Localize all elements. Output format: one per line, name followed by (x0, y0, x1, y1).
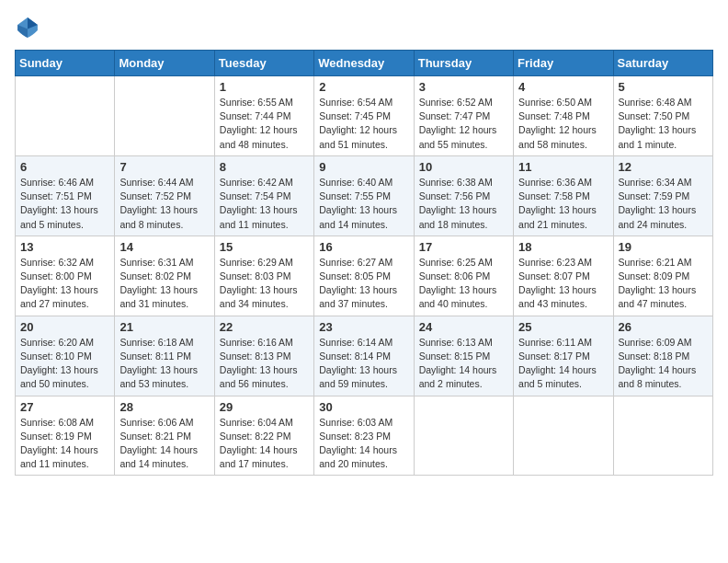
calendar-cell (414, 396, 513, 476)
day-info: Sunrise: 6:31 AMSunset: 8:02 PMDaylight:… (119, 256, 209, 312)
calendar-cell: 6Sunrise: 6:46 AMSunset: 7:51 PMDaylight… (16, 155, 115, 236)
weekday-header-monday: Monday (115, 51, 214, 76)
calendar-cell: 25Sunrise: 6:11 AMSunset: 8:17 PMDayligh… (514, 316, 613, 396)
day-number: 4 (518, 80, 608, 94)
weekday-header-thursday: Thursday (414, 51, 513, 76)
day-info: Sunrise: 6:44 AMSunset: 7:52 PMDaylight:… (119, 176, 209, 232)
day-info: Sunrise: 6:29 AMSunset: 8:03 PMDaylight:… (220, 256, 309, 312)
day-number: 11 (518, 160, 608, 174)
day-number: 16 (319, 240, 408, 254)
day-info: Sunrise: 6:08 AMSunset: 8:19 PMDaylight:… (20, 416, 109, 472)
logo-icon (15, 15, 40, 40)
calendar-cell: 24Sunrise: 6:13 AMSunset: 8:15 PMDayligh… (414, 316, 513, 396)
calendar-cell (613, 396, 712, 476)
weekday-header-friday: Friday (514, 51, 613, 76)
day-number: 25 (518, 320, 608, 334)
calendar-week-row: 6Sunrise: 6:46 AMSunset: 7:51 PMDaylight… (16, 155, 713, 236)
day-info: Sunrise: 6:36 AMSunset: 7:58 PMDaylight:… (518, 176, 608, 232)
weekday-header-saturday: Saturday (613, 51, 712, 76)
calendar-cell: 21Sunrise: 6:18 AMSunset: 8:11 PMDayligh… (115, 316, 214, 396)
calendar-cell: 12Sunrise: 6:34 AMSunset: 7:59 PMDayligh… (613, 155, 712, 236)
day-number: 26 (619, 320, 708, 334)
day-info: Sunrise: 6:38 AMSunset: 7:56 PMDaylight:… (419, 176, 508, 232)
day-number: 15 (220, 240, 309, 254)
day-number: 8 (220, 160, 309, 174)
calendar-cell: 29Sunrise: 6:04 AMSunset: 8:22 PMDayligh… (214, 396, 313, 476)
day-info: Sunrise: 6:42 AMSunset: 7:54 PMDaylight:… (220, 176, 309, 232)
day-info: Sunrise: 6:09 AMSunset: 8:18 PMDaylight:… (619, 336, 708, 392)
calendar-cell: 18Sunrise: 6:23 AMSunset: 8:07 PMDayligh… (514, 236, 613, 316)
day-number: 6 (20, 160, 109, 174)
day-info: Sunrise: 6:34 AMSunset: 7:59 PMDaylight:… (619, 176, 708, 232)
day-number: 12 (619, 160, 708, 174)
day-number: 21 (119, 320, 209, 334)
calendar-week-row: 1Sunrise: 6:55 AMSunset: 7:44 PMDaylight… (16, 76, 713, 156)
day-info: Sunrise: 6:04 AMSunset: 8:22 PMDaylight:… (220, 416, 309, 472)
weekday-header-tuesday: Tuesday (214, 51, 313, 76)
calendar-cell: 19Sunrise: 6:21 AMSunset: 8:09 PMDayligh… (613, 236, 712, 316)
calendar-cell: 2Sunrise: 6:54 AMSunset: 7:45 PMDaylight… (314, 76, 414, 156)
day-number: 27 (20, 400, 109, 414)
day-info: Sunrise: 6:52 AMSunset: 7:47 PMDaylight:… (419, 96, 508, 152)
calendar-cell: 20Sunrise: 6:20 AMSunset: 8:10 PMDayligh… (16, 316, 115, 396)
day-number: 13 (20, 240, 109, 254)
calendar-cell: 5Sunrise: 6:48 AMSunset: 7:50 PMDaylight… (613, 76, 712, 156)
calendar-cell: 14Sunrise: 6:31 AMSunset: 8:02 PMDayligh… (115, 236, 214, 316)
calendar-cell: 15Sunrise: 6:29 AMSunset: 8:03 PMDayligh… (214, 236, 313, 316)
day-info: Sunrise: 6:25 AMSunset: 8:06 PMDaylight:… (419, 256, 508, 312)
calendar-cell: 28Sunrise: 6:06 AMSunset: 8:21 PMDayligh… (115, 396, 214, 476)
calendar-cell: 13Sunrise: 6:32 AMSunset: 8:00 PMDayligh… (16, 236, 115, 316)
calendar-cell: 10Sunrise: 6:38 AMSunset: 7:56 PMDayligh… (414, 155, 513, 236)
day-number: 2 (319, 80, 408, 94)
day-number: 9 (319, 160, 408, 174)
day-number: 19 (619, 240, 708, 254)
day-number: 20 (20, 320, 109, 334)
day-info: Sunrise: 6:20 AMSunset: 8:10 PMDaylight:… (20, 336, 109, 392)
calendar-week-row: 20Sunrise: 6:20 AMSunset: 8:10 PMDayligh… (16, 316, 713, 396)
day-info: Sunrise: 6:21 AMSunset: 8:09 PMDaylight:… (619, 256, 708, 312)
day-number: 28 (119, 400, 209, 414)
calendar-cell: 22Sunrise: 6:16 AMSunset: 8:13 PMDayligh… (214, 316, 313, 396)
page-header (15, 15, 713, 40)
day-number: 24 (419, 320, 508, 334)
calendar-cell: 17Sunrise: 6:25 AMSunset: 8:06 PMDayligh… (414, 236, 513, 316)
day-number: 23 (319, 320, 408, 334)
day-info: Sunrise: 6:54 AMSunset: 7:45 PMDaylight:… (319, 96, 408, 152)
day-info: Sunrise: 6:14 AMSunset: 8:14 PMDaylight:… (319, 336, 408, 392)
calendar-cell: 27Sunrise: 6:08 AMSunset: 8:19 PMDayligh… (16, 396, 115, 476)
weekday-header-sunday: Sunday (16, 51, 115, 76)
day-number: 18 (518, 240, 608, 254)
day-info: Sunrise: 6:06 AMSunset: 8:21 PMDaylight:… (119, 416, 209, 472)
calendar-cell: 9Sunrise: 6:40 AMSunset: 7:55 PMDaylight… (314, 155, 414, 236)
calendar-week-row: 27Sunrise: 6:08 AMSunset: 8:19 PMDayligh… (16, 396, 713, 476)
day-info: Sunrise: 6:11 AMSunset: 8:17 PMDaylight:… (518, 336, 608, 392)
day-info: Sunrise: 6:40 AMSunset: 7:55 PMDaylight:… (319, 176, 408, 232)
calendar-cell (115, 76, 214, 156)
calendar-cell (16, 76, 115, 156)
day-number: 10 (419, 160, 508, 174)
calendar-cell: 23Sunrise: 6:14 AMSunset: 8:14 PMDayligh… (314, 316, 414, 396)
day-number: 7 (119, 160, 209, 174)
calendar-cell (514, 396, 613, 476)
day-info: Sunrise: 6:27 AMSunset: 8:05 PMDaylight:… (319, 256, 408, 312)
calendar-week-row: 13Sunrise: 6:32 AMSunset: 8:00 PMDayligh… (16, 236, 713, 316)
day-info: Sunrise: 6:13 AMSunset: 8:15 PMDaylight:… (419, 336, 508, 392)
logo (15, 15, 44, 40)
day-number: 1 (220, 80, 309, 94)
day-number: 17 (419, 240, 508, 254)
calendar-cell: 16Sunrise: 6:27 AMSunset: 8:05 PMDayligh… (314, 236, 414, 316)
day-info: Sunrise: 6:18 AMSunset: 8:11 PMDaylight:… (119, 336, 209, 392)
day-info: Sunrise: 6:46 AMSunset: 7:51 PMDaylight:… (20, 176, 109, 232)
day-number: 14 (119, 240, 209, 254)
day-info: Sunrise: 6:50 AMSunset: 7:48 PMDaylight:… (518, 96, 608, 152)
day-number: 5 (619, 80, 708, 94)
calendar-cell: 4Sunrise: 6:50 AMSunset: 7:48 PMDaylight… (514, 76, 613, 156)
day-info: Sunrise: 6:32 AMSunset: 8:00 PMDaylight:… (20, 256, 109, 312)
day-info: Sunrise: 6:03 AMSunset: 8:23 PMDaylight:… (319, 416, 408, 472)
calendar-cell: 7Sunrise: 6:44 AMSunset: 7:52 PMDaylight… (115, 155, 214, 236)
calendar-cell: 11Sunrise: 6:36 AMSunset: 7:58 PMDayligh… (514, 155, 613, 236)
day-info: Sunrise: 6:48 AMSunset: 7:50 PMDaylight:… (619, 96, 708, 152)
weekday-header-row: SundayMondayTuesdayWednesdayThursdayFrid… (16, 51, 713, 76)
calendar-table: SundayMondayTuesdayWednesdayThursdayFrid… (15, 50, 713, 476)
calendar-cell: 3Sunrise: 6:52 AMSunset: 7:47 PMDaylight… (414, 76, 513, 156)
